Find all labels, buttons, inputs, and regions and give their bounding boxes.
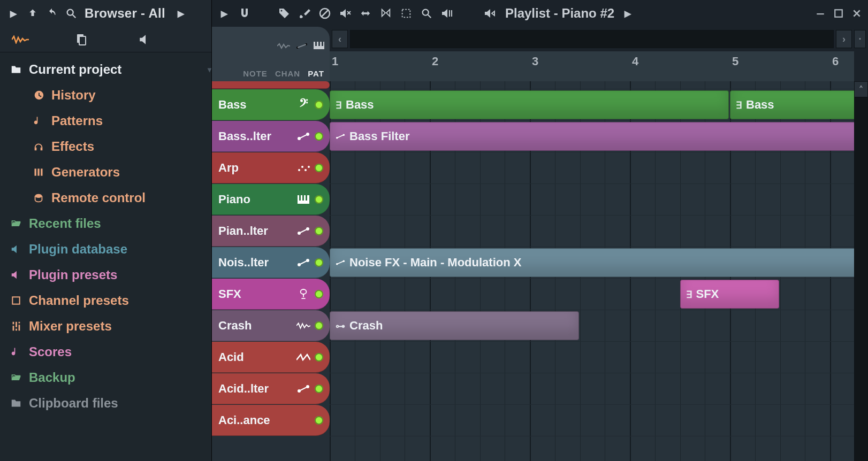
playback-icon[interactable] bbox=[440, 6, 454, 20]
mute-dot[interactable] bbox=[315, 227, 323, 235]
disable-icon[interactable] bbox=[318, 6, 332, 20]
track-header[interactable]: Nois..lter bbox=[212, 247, 330, 278]
scroll-left-icon[interactable]: ‹ bbox=[332, 30, 348, 48]
search-icon[interactable] bbox=[65, 7, 77, 19]
tree-item[interactable]: Current project▾ bbox=[0, 57, 211, 82]
track-headers: Bass𝄢Bass..lterArpPianoPian..lterNois..l… bbox=[212, 81, 330, 461]
ruler-mode-note[interactable]: NOTE bbox=[243, 69, 268, 78]
zoom-icon[interactable] bbox=[420, 6, 433, 20]
tree-item[interactable]: Plugin presets bbox=[0, 262, 211, 288]
scroll-right-icon[interactable]: › bbox=[836, 30, 852, 48]
mute-dot[interactable] bbox=[315, 321, 323, 330]
ruler-mode-chan[interactable]: CHAN bbox=[275, 69, 300, 78]
scroll-up-icon[interactable]: ˄ bbox=[854, 81, 868, 97]
track-header[interactable]: Acid bbox=[212, 342, 330, 373]
magnet-icon[interactable] bbox=[238, 6, 252, 20]
clip[interactable]: Noise FX - Main - Modulation X bbox=[330, 248, 854, 277]
horizontal-scrollbar[interactable]: ‹ › · bbox=[330, 27, 868, 51]
track-header[interactable]: Piano bbox=[212, 184, 330, 215]
tree-item[interactable]: Remote control bbox=[0, 185, 211, 211]
clip[interactable]: ⊶Crash bbox=[330, 311, 579, 340]
tree-item[interactable]: Generators bbox=[0, 159, 211, 185]
mute-dot[interactable] bbox=[315, 353, 323, 362]
track-name: Acid..lter bbox=[218, 382, 292, 396]
track-grid[interactable]: ∃Bass∃BassBass FilterNoise FX - Main - M… bbox=[330, 81, 854, 461]
collapse-icon[interactable]: ▸ bbox=[7, 7, 19, 19]
clip[interactable]: ∃Bass bbox=[330, 90, 729, 119]
scroll-track[interactable] bbox=[350, 30, 834, 48]
ruler-mode-pat[interactable]: PAT bbox=[308, 69, 324, 78]
clip[interactable]: ∃Bass bbox=[730, 90, 854, 119]
browser-toolbar bbox=[0, 27, 211, 52]
piano-mini-icon[interactable] bbox=[314, 42, 324, 49]
track-header[interactable]: Pian..lter bbox=[212, 216, 330, 247]
tree-item[interactable]: Backup bbox=[0, 365, 211, 390]
automation-icon bbox=[296, 133, 310, 140]
track-header[interactable]: Acid..lter bbox=[212, 373, 330, 404]
speaker-tool-icon[interactable] bbox=[138, 33, 153, 47]
tree-item[interactable]: Plugin database bbox=[0, 236, 211, 262]
timeline-ruler[interactable]: 1234567 bbox=[330, 51, 854, 81]
mute-dot[interactable] bbox=[315, 416, 323, 425]
tag-icon[interactable] bbox=[277, 6, 291, 20]
track-header[interactable]: Bass𝄢 bbox=[212, 89, 330, 120]
play-icon[interactable]: ▸ bbox=[217, 6, 231, 20]
minimize-icon[interactable] bbox=[814, 7, 826, 19]
vertical-scrollbar[interactable]: ˄ bbox=[854, 81, 868, 461]
tree-label: Channel presets bbox=[29, 293, 129, 308]
mute-dot[interactable] bbox=[315, 290, 323, 298]
close-icon[interactable] bbox=[851, 7, 863, 19]
automation-mini-icon[interactable] bbox=[295, 43, 308, 49]
track-header[interactable]: Aci..ance bbox=[212, 405, 330, 436]
mute-icon[interactable] bbox=[338, 6, 352, 20]
tree-item[interactable]: Recent files bbox=[0, 211, 211, 236]
mute-dot[interactable] bbox=[315, 195, 323, 204]
mute-dot[interactable] bbox=[315, 132, 323, 141]
up-icon[interactable] bbox=[27, 7, 39, 19]
clip[interactable]: ∃SFX bbox=[680, 280, 779, 309]
tree-label: Current project bbox=[29, 62, 121, 77]
tree-label: Remote control bbox=[51, 190, 146, 205]
scroll-options-icon[interactable]: · bbox=[854, 30, 866, 48]
knob-icon bbox=[32, 192, 45, 204]
maximize-icon[interactable] bbox=[833, 7, 844, 19]
svg-line-59 bbox=[337, 135, 344, 137]
brush-icon[interactable] bbox=[298, 6, 311, 20]
tree-item[interactable]: Channel presets bbox=[0, 288, 211, 313]
tree-item[interactable]: History bbox=[0, 82, 211, 108]
tree-item[interactable]: Clipboard files bbox=[0, 390, 211, 416]
select-icon[interactable] bbox=[399, 6, 413, 20]
track-header[interactable]: Crash bbox=[212, 310, 330, 341]
scroll-track-v[interactable] bbox=[854, 97, 868, 461]
tree-item[interactable]: Mixer presets bbox=[0, 313, 211, 339]
mute-dot[interactable] bbox=[315, 258, 323, 267]
chevron-right-icon[interactable]: ▸ bbox=[621, 6, 635, 20]
speaker-icon[interactable] bbox=[483, 6, 497, 20]
wave-tool-icon[interactable] bbox=[12, 35, 27, 44]
clip[interactable]: Bass Filter bbox=[330, 122, 854, 151]
ruler-modes[interactable]: NOTECHANPAT bbox=[243, 69, 324, 78]
slice-icon[interactable] bbox=[379, 6, 393, 20]
svg-line-49 bbox=[299, 229, 308, 233]
bar-number: 5 bbox=[732, 55, 738, 68]
stretch-icon[interactable] bbox=[359, 6, 372, 20]
svg-line-31 bbox=[298, 44, 306, 48]
track-header[interactable]: SFX bbox=[212, 279, 330, 310]
copy-tool-icon[interactable] bbox=[75, 33, 90, 46]
mute-dot[interactable] bbox=[315, 164, 323, 172]
wave-mini-icon[interactable] bbox=[277, 43, 290, 49]
chevron-right-icon[interactable]: ▸ bbox=[175, 7, 187, 19]
mute-dot[interactable] bbox=[315, 101, 323, 109]
track-name: Aci..ance bbox=[218, 413, 292, 427]
automation-icon bbox=[296, 385, 310, 393]
mute-dot[interactable] bbox=[315, 385, 323, 393]
undo-icon[interactable] bbox=[46, 7, 58, 19]
track-header[interactable] bbox=[212, 81, 330, 89]
svg-rect-3 bbox=[79, 36, 86, 45]
tree-item[interactable]: Effects bbox=[0, 134, 211, 159]
history-icon bbox=[32, 89, 45, 101]
track-header[interactable]: Bass..lter bbox=[212, 121, 330, 152]
tree-item[interactable]: Patterns bbox=[0, 108, 211, 134]
tree-item[interactable]: Scores bbox=[0, 339, 211, 365]
track-header[interactable]: Arp bbox=[212, 152, 330, 183]
